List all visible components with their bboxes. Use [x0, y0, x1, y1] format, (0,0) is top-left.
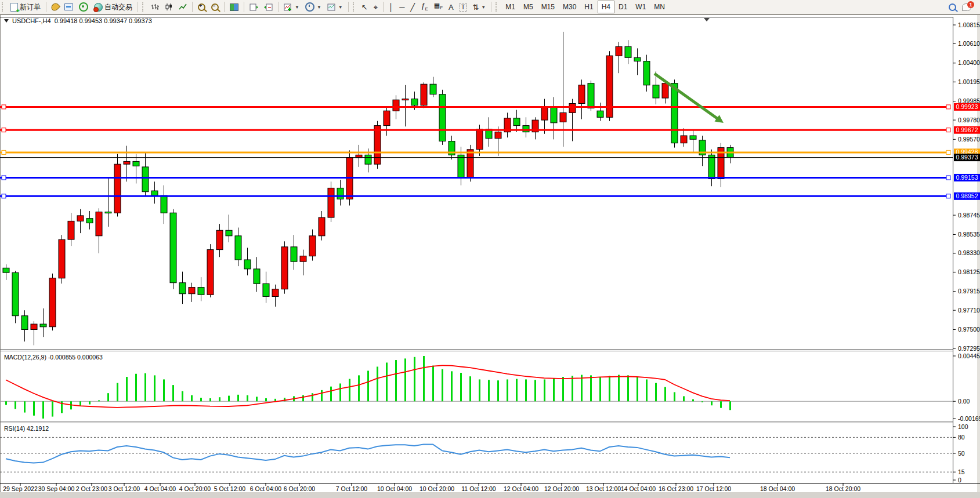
auto-scroll-button[interactable] — [247, 1, 261, 13]
hline-handle[interactable] — [2, 128, 6, 132]
line-chart-button[interactable] — [176, 1, 190, 13]
price-axis-label: 0.97500 — [958, 326, 980, 333]
timeframe-button-W1[interactable]: W1 — [631, 1, 650, 13]
text-tool-button[interactable]: A — [446, 1, 457, 13]
tile-windows-button[interactable] — [227, 1, 241, 13]
templates-button[interactable]: ▼ — [324, 1, 346, 13]
timeframe-button-H1[interactable]: H1 — [580, 1, 597, 13]
rsi-axis-label: 100 — [958, 423, 968, 430]
hline-handle[interactable] — [946, 176, 950, 180]
candle — [560, 112, 566, 122]
hline-handle[interactable] — [946, 105, 950, 109]
trendline-tool-button[interactable]: ╱ — [407, 1, 418, 13]
hline-handle[interactable] — [946, 128, 950, 132]
signals-button[interactable] — [76, 1, 91, 13]
price-axis-label: 1.00400 — [958, 59, 980, 66]
toolbar-grip[interactable] — [142, 2, 146, 12]
separator — [138, 2, 138, 12]
price-axis-label: 0.98535 — [958, 231, 980, 238]
bar-chart-button[interactable] — [148, 1, 162, 13]
candle — [597, 111, 603, 117]
separator — [278, 2, 279, 12]
candle — [467, 150, 473, 178]
crosshair-tool-button[interactable]: ⌖ — [371, 1, 381, 13]
time-axis-label: 12 Oct 04:00 — [504, 485, 538, 492]
hline-handle[interactable] — [2, 194, 6, 198]
auto-trading-button[interactable]: 自动交易 — [91, 1, 135, 13]
tile-windows-icon — [230, 3, 238, 11]
notifications-button[interactable]: 1 — [959, 1, 974, 13]
timeframe-button-D1[interactable]: D1 — [614, 1, 631, 13]
candle — [309, 236, 316, 256]
zoom-out-button[interactable]: − — [208, 1, 222, 13]
candle — [49, 278, 56, 327]
clock-icon — [305, 2, 314, 12]
hline-handle[interactable] — [2, 105, 6, 109]
chart-canvas[interactable]: 1.008151.006101.004001.001950.999850.997… — [0, 0, 980, 498]
price-axis-label: 0.98125 — [958, 268, 980, 275]
chart-shift-button[interactable] — [261, 1, 276, 13]
candle — [411, 99, 418, 106]
time-axis-label: 7 Oct 12:00 — [336, 485, 367, 492]
mt4-application: 新订单 自动交易 + − ▼ — [0, 0, 980, 498]
candle — [578, 85, 585, 104]
candle — [374, 126, 381, 165]
vertical-line-icon: │ — [389, 3, 393, 11]
text-label-tool-button[interactable]: T — [457, 1, 470, 13]
new-order-button[interactable]: 新订单 — [8, 1, 44, 13]
toolbar-grip[interactable] — [496, 2, 499, 12]
candle — [244, 260, 251, 269]
hline-handle[interactable] — [2, 176, 6, 180]
cursor-tool-button[interactable]: ↖ — [359, 1, 371, 13]
candle — [319, 217, 325, 236]
dropdown-arrow-icon: ▼ — [295, 5, 299, 10]
lighter-button[interactable] — [49, 1, 62, 13]
price-axis-label: 0.97915 — [958, 288, 980, 295]
market-watch-button[interactable] — [62, 1, 76, 13]
hline-handle[interactable] — [946, 194, 950, 198]
candle — [616, 46, 622, 56]
zoom-out-icon: − — [211, 3, 219, 11]
toolbar-grip[interactable] — [2, 2, 5, 12]
zoom-in-button[interactable]: + — [195, 1, 208, 13]
timeframe-button-M5[interactable]: M5 — [519, 1, 537, 13]
candle — [105, 212, 111, 213]
chart-menu-icon[interactable] — [4, 19, 9, 23]
macd-values: -0.000855 0.000063 — [48, 354, 103, 361]
price-axis-label: 0.99570 — [958, 136, 980, 143]
line-chart-icon — [179, 3, 187, 11]
arrows-tool-button[interactable]: ⇅▼ — [469, 1, 489, 13]
periods-button[interactable]: ▼ — [302, 1, 324, 13]
candle — [40, 324, 46, 327]
indicators-button[interactable]: ▼ — [281, 1, 302, 13]
crosshair-icon: ⌖ — [374, 3, 378, 11]
rsi-axis-label: 50 — [958, 450, 965, 457]
hline-handle[interactable] — [946, 150, 950, 154]
chart-title-bar: USDCHF-,H4 0.99418 0.99453 0.99347 0.993… — [4, 17, 152, 24]
horizontal-line-tool-button[interactable]: ─ — [396, 1, 407, 13]
hline-handle[interactable] — [2, 150, 6, 154]
timeframe-button-M30[interactable]: M30 — [559, 1, 580, 13]
candlestick-chart-button[interactable] — [162, 1, 176, 13]
candle — [625, 46, 631, 57]
timeframe-button-H4[interactable]: H4 — [598, 1, 614, 13]
candle — [337, 188, 343, 199]
candle — [142, 167, 149, 192]
candle — [21, 316, 28, 330]
rsi-indicator-label: RSI(14) 42.1912 — [4, 425, 49, 432]
search-button[interactable] — [946, 1, 959, 13]
candle — [198, 288, 204, 295]
timeframe-button-MN[interactable]: MN — [650, 1, 669, 13]
timeframe-button-M1[interactable]: M1 — [501, 1, 519, 13]
fibonacci-tool-button[interactable]: ƒE — [418, 1, 431, 13]
timeframe-button-M15[interactable]: M15 — [537, 1, 559, 13]
candle — [523, 126, 529, 132]
grid-tool-button[interactable]: ▦F — [431, 1, 446, 13]
candle — [662, 83, 668, 98]
vertical-line-tool-button[interactable]: │ — [386, 1, 396, 13]
candle — [495, 132, 501, 139]
chat-balloon-icon: 1 — [962, 3, 971, 11]
candle — [365, 155, 371, 164]
toolbar-grip[interactable] — [353, 2, 356, 12]
time-axis-label: 10 Oct 20:00 — [420, 485, 454, 492]
